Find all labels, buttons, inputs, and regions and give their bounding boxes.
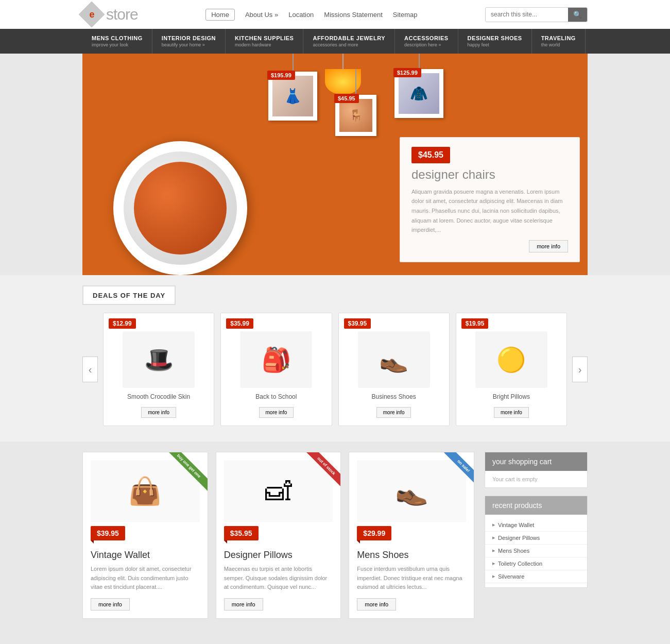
deal-name: Business Shoes: [347, 393, 441, 400]
hero-price: $45.95: [411, 147, 450, 163]
nav-about[interactable]: About Us »: [245, 11, 278, 19]
cat-sub: happy feet: [468, 42, 522, 47]
hero-title: designer chairs: [411, 167, 568, 182]
header: e store Home About Us » Location Mission…: [0, 0, 670, 29]
hang-item-1: $195.99 👗: [268, 54, 317, 121]
deal-more-btn[interactable]: more info: [141, 407, 176, 418]
product-more-btn-0[interactable]: more info: [91, 598, 130, 611]
recent-item-0[interactable]: Vintage Wallet: [485, 519, 587, 532]
hero-info-box: $45.95 designer chairs Aliquam gravida p…: [400, 137, 580, 262]
cat-sub: accessories and more: [313, 42, 385, 47]
deals-section: DEALS OF THE DAY ‹ $12.99 🎩 Smooth Croco…: [0, 275, 670, 442]
deal-card-3: $19.95 🟡 Bright Pillows more info: [456, 313, 567, 426]
deal-name: Smooth Crocodile Skin: [111, 393, 206, 400]
logo-text: store: [106, 6, 138, 23]
cart-box: your shopping cart Your cart is empty: [485, 452, 588, 488]
deals-carousel: ‹ $12.99 🎩 Smooth Crocodile Skin more in…: [82, 313, 588, 426]
nav-sitemap[interactable]: Sitemap: [393, 11, 418, 19]
recent-box: recent products Vintage WalletDesigner P…: [485, 496, 588, 588]
price-arrow: [224, 540, 227, 544]
hang-wire-2: [355, 69, 356, 95]
cat-title: INTERIOR DESIGN: [162, 35, 216, 41]
sidebar: your shopping cart Your cart is empty re…: [485, 452, 588, 619]
next-btn[interactable]: ›: [572, 357, 588, 382]
cat-item-affordable-jewelry[interactable]: AFFORDABLE JEWELRYaccessories and more: [303, 29, 395, 54]
product-desc-0: Lorem ipsum dolor sit amet, consectetur …: [91, 565, 200, 592]
hang-item-2: $45.95 🪑: [335, 69, 376, 136]
hang-img-1: 👗: [272, 76, 313, 116]
deal-more-btn[interactable]: more info: [494, 407, 529, 418]
hang-price-1: $195.99: [267, 71, 295, 80]
hang-item-3: $125.99 🧥: [394, 54, 443, 118]
cat-item-kitchen-supplies[interactable]: KITCHEN SUPPLIESmodern hardware: [226, 29, 303, 54]
prev-btn[interactable]: ‹: [82, 357, 98, 382]
product-more-btn-1[interactable]: more info: [224, 598, 263, 611]
deal-card-1: $35.99 🎒 Back to School more info: [220, 313, 332, 426]
cat-item-mens-clothing[interactable]: MENS CLOTHINGimprove your look: [82, 29, 152, 54]
cat-item-designer-shoes[interactable]: DESIGNER SHOEShappy feet: [458, 29, 532, 54]
chair-container: [103, 79, 257, 275]
product-card-2: on sale! 👞 $29.99 Mens Shoes Fusce inter…: [349, 452, 474, 619]
logo: e store: [82, 5, 138, 24]
product-desc-2: Fusce interdum vestibulum urna quis impe…: [357, 565, 466, 592]
recent-list: Vintage WalletDesigner PillowsMens Shoes…: [485, 515, 587, 587]
deal-name: Back to School: [229, 393, 323, 400]
hang-frame-3: $125.99 🧥: [394, 69, 443, 118]
cat-sub: improve your look: [92, 42, 143, 47]
product-price-0: $39.95: [91, 526, 125, 540]
chair-body: [113, 141, 247, 275]
deal-price: $35.99: [226, 318, 253, 329]
category-nav: MENS CLOTHINGimprove your lookINTERIOR D…: [0, 29, 670, 54]
product-price-2: $29.99: [357, 526, 391, 540]
logo-letter: e: [89, 9, 94, 20]
recent-item-3[interactable]: Toiletry Collection: [485, 557, 587, 570]
cart-empty: Your cart is empty: [485, 471, 587, 487]
cat-sub: beautify your home »: [162, 42, 216, 47]
nav-home[interactable]: Home: [205, 9, 235, 21]
nav-missions[interactable]: Missions Statement: [324, 11, 382, 19]
hang-frame-1: $195.99 👗: [268, 72, 317, 121]
hang-frame-2: $45.95 🪑: [335, 95, 376, 136]
product-img-0: 👜: [91, 460, 200, 522]
recent-item-4[interactable]: Silverware: [485, 570, 587, 583]
logo-diamond: e: [79, 2, 105, 28]
deals-grid: $12.99 🎩 Smooth Crocodile Skin more info…: [103, 313, 567, 426]
cat-item-interior-design[interactable]: INTERIOR DESIGNbeautify your home »: [152, 29, 226, 54]
cat-title: DESIGNER SHOES: [468, 35, 522, 41]
cat-item-traveling[interactable]: TRAVELINGthe world: [532, 29, 586, 54]
deal-more-btn[interactable]: more info: [376, 407, 411, 418]
recent-item-1[interactable]: Designer Pillows: [485, 532, 587, 545]
search-input[interactable]: [486, 8, 568, 21]
product-card-0: buy one get one 👜 $39.95 Vintage Wallet …: [82, 452, 208, 619]
deal-img: 🎒: [240, 331, 312, 388]
cat-title: TRAVELING: [541, 35, 576, 41]
nav-location[interactable]: Location: [288, 11, 314, 19]
product-title-1: Designer Pillows: [224, 550, 333, 561]
deal-card-0: $12.99 🎩 Smooth Crocodile Skin more info: [103, 313, 214, 426]
cat-title: MENS CLOTHING: [92, 35, 143, 41]
recent-item-2[interactable]: Mens Shoes: [485, 545, 587, 557]
hero-more-btn[interactable]: more info: [529, 240, 568, 252]
deal-img: 🟡: [475, 331, 547, 388]
recent-title: recent products: [485, 496, 587, 515]
product-title-0: Vintage Wallet: [91, 550, 200, 561]
cat-sub: modern hardware: [235, 42, 294, 47]
price-arrow: [91, 540, 94, 544]
search-button[interactable]: 🔍: [568, 8, 587, 22]
product-more-btn-2[interactable]: more info: [357, 598, 396, 611]
chair-cushion: [134, 162, 227, 255]
product-img-1: 🛋: [224, 460, 333, 522]
search-box: 🔍: [485, 7, 588, 22]
cat-sub: description here »: [404, 42, 449, 47]
products-section: buy one get one 👜 $39.95 Vintage Wallet …: [0, 442, 670, 634]
product-title-2: Mens Shoes: [357, 550, 466, 561]
hero-section: $195.99 👗 $45.95 🪑 $125.99 🧥 $45.95 desi…: [82, 54, 588, 275]
deals-header: DEALS OF THE DAY: [82, 285, 176, 305]
main-nav: Home About Us » Location Missions Statem…: [205, 9, 417, 21]
product-img-2: 👞: [357, 460, 466, 522]
hang-wire-3: [419, 54, 420, 69]
hang-price-3: $125.99: [393, 68, 421, 77]
cat-item-accessories[interactable]: ACCESSORIESdescription here »: [395, 29, 458, 54]
deal-more-btn[interactable]: more info: [259, 407, 294, 418]
deal-name: Bright Pillows: [464, 393, 559, 400]
